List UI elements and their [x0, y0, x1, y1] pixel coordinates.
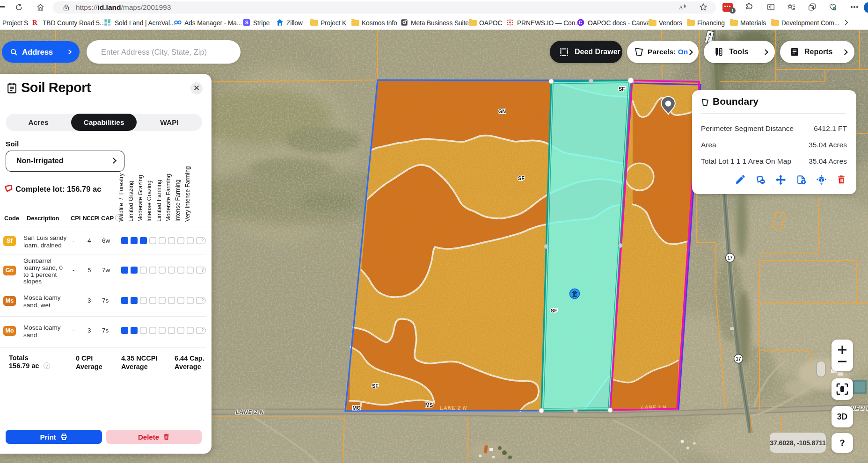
svg-text:17: 17: [736, 356, 741, 362]
svg-text:C: C: [579, 20, 582, 25]
svg-text:SF: SF: [619, 86, 625, 92]
svg-text:A: A: [679, 4, 683, 11]
svg-text:SF: SF: [551, 308, 557, 313]
svg-text:17: 17: [727, 255, 733, 260]
svg-text:S: S: [245, 20, 248, 25]
svg-text:SF: SF: [518, 175, 525, 181]
svg-text:LANE 2 N: LANE 2 N: [236, 409, 264, 415]
svg-text:SF: SF: [372, 383, 379, 389]
svg-text:NE 2 N: NE 2 N: [851, 405, 868, 411]
svg-text:R: R: [32, 19, 37, 26]
svg-text:GN: GN: [498, 109, 506, 114]
svg-text:LANE 2 N: LANE 2 N: [440, 405, 467, 411]
svg-text:MS: MS: [425, 402, 433, 408]
svg-text:DOX: DOX: [210, 444, 222, 451]
svg-text:MO: MO: [352, 405, 361, 411]
